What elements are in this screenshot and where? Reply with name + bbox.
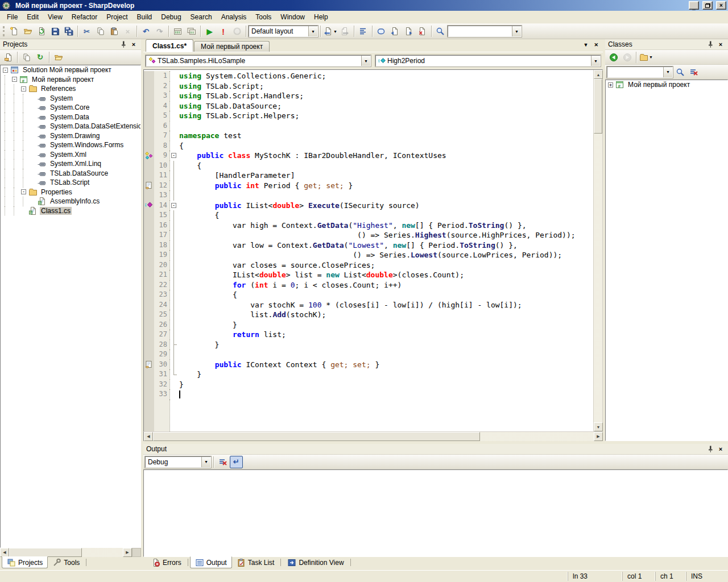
code-text[interactable]: { (177, 210, 593, 221)
history-back-button[interactable] (607, 51, 620, 64)
code-text[interactable] (177, 350, 593, 360)
projects-tree[interactable]: -Solution Мой первый проект-#Мой первый … (0, 65, 141, 548)
nav-back-button[interactable]: ▼ (323, 25, 338, 38)
class-bookmark-icon[interactable] (144, 151, 154, 161)
projects-tree-item[interactable]: #AssemblyInfo.cs (1, 197, 140, 206)
fold-collapse-icon[interactable]: - (171, 153, 176, 158)
close-icon[interactable]: × (716, 445, 725, 454)
classes-tree-item[interactable]: +#Мой первый проект (606, 80, 727, 90)
chevron-down-icon[interactable]: ▼ (591, 56, 600, 66)
minimize-button[interactable]: _ (689, 1, 699, 10)
code-text[interactable]: var stochK = 100 * (closes[i] - low[i]) … (177, 300, 593, 310)
code-line[interactable]: 20 var closes = source.ClosePrices; (144, 260, 593, 271)
collapse-icon[interactable]: - (21, 86, 26, 92)
projects-tree-item[interactable]: System.Core (1, 103, 140, 113)
search-button[interactable] (673, 66, 686, 78)
dock-tab-tools[interactable]: Tools (48, 557, 84, 568)
build-button[interactable] (171, 25, 184, 38)
code-line[interactable]: 31 } (144, 369, 593, 380)
tab-list-dropdown-icon[interactable]: ▼ (584, 42, 589, 48)
code-text[interactable]: { (177, 290, 593, 300)
method-bookmark-icon[interactable] (144, 201, 154, 211)
collapse-icon[interactable]: - (12, 77, 17, 82)
toggle-bookmark-button[interactable] (375, 25, 388, 38)
editor-tab-active[interactable]: Class1.cs* (146, 39, 193, 52)
refresh-button[interactable]: ↻ (34, 51, 47, 64)
run-button[interactable]: ▶ (203, 25, 216, 38)
chevron-down-icon[interactable]: ▼ (201, 457, 210, 467)
menu-file[interactable]: File (2, 11, 22, 23)
scroll-thumb[interactable] (9, 548, 82, 557)
code-line[interactable]: 29 (144, 350, 593, 360)
code-line[interactable]: 23 { (144, 290, 593, 300)
scroll-track[interactable] (594, 134, 602, 422)
clear-bookmarks-button[interactable] (416, 25, 429, 38)
projects-hscrollbar[interactable]: ◀ ▶ (0, 548, 141, 557)
quick-search-button[interactable] (434, 25, 447, 38)
code-text[interactable]: for (int i = 0; i < closes.Count; i++) (177, 280, 593, 290)
code-line[interactable]: 16 var high = Context.GetData("Highest",… (144, 221, 593, 231)
scroll-up-icon[interactable]: ▲ (594, 70, 603, 79)
close-icon[interactable]: × (716, 40, 725, 49)
classes-search-combo[interactable]: ▼ (607, 66, 673, 78)
close-button[interactable]: × (716, 1, 726, 10)
projects-tree-item[interactable]: System (1, 94, 140, 103)
output-text-area[interactable] (143, 469, 728, 557)
clear-search-button[interactable] (687, 66, 700, 78)
code-text[interactable] (177, 389, 593, 400)
scroll-left-icon[interactable]: ◀ (0, 548, 9, 557)
code-line[interactable]: 6 (144, 121, 593, 131)
fold-margin[interactable]: - (169, 201, 177, 211)
dock-tab-definition-view[interactable]: Definition View (283, 557, 348, 568)
member-combo[interactable]: High2Period▼ (375, 55, 601, 66)
dock-tab-task-list[interactable]: Task List (232, 557, 279, 568)
code-text[interactable] (177, 190, 593, 201)
code-line[interactable]: 10 { (144, 161, 593, 171)
layout-combo[interactable]: Default layout▼ (249, 26, 318, 37)
editor-tab[interactable]: Мой первый проект (194, 41, 270, 52)
code-text[interactable] (177, 121, 593, 131)
code-line[interactable]: 5using TSLab.Script.Helpers; (144, 111, 593, 121)
code-text[interactable]: using TSLab.Script.Helpers; (177, 111, 593, 121)
code-text[interactable]: } (177, 380, 593, 390)
projects-tree-item[interactable]: -Properties (1, 188, 140, 197)
code-line[interactable]: 13 (144, 190, 593, 201)
code-line[interactable]: 12 public int Period { get; set; } (144, 181, 593, 191)
code-text[interactable]: IList<double> list = new List<double>(cl… (177, 270, 593, 280)
close-icon[interactable]: × (129, 40, 138, 49)
fold-collapse-icon[interactable]: - (171, 203, 176, 208)
chevron-down-icon[interactable]: ▼ (663, 67, 672, 77)
projects-tree-item[interactable]: #Class1.cs (1, 206, 140, 216)
pin-icon[interactable] (119, 40, 128, 49)
new-file-button[interactable] (7, 25, 20, 38)
code-text[interactable]: list.Add(stochK); (177, 310, 593, 320)
code-text[interactable]: using TSLab.Script; (177, 81, 593, 92)
class-combo[interactable]: TSLab.Samples.HiLoSample▼ (146, 55, 371, 66)
code-line[interactable]: 19 () => Series.Lowest(source.LowPrices,… (144, 250, 593, 260)
code-area[interactable]: 1using System.Collections.Generic;2using… (144, 70, 593, 431)
projects-tree-item[interactable]: TSLab.DataSource (1, 169, 140, 178)
menu-search[interactable]: Search (186, 11, 217, 23)
projects-tree-item[interactable]: System.Windows.Forms (1, 140, 140, 150)
scroll-track[interactable] (480, 432, 594, 441)
menu-build[interactable]: Build (133, 11, 157, 23)
code-line[interactable]: 18 var low = Context.GetData("Lowest", n… (144, 240, 593, 251)
copy-button[interactable] (94, 25, 107, 38)
code-text[interactable]: using System.Collections.Generic; (177, 71, 593, 81)
code-text[interactable]: var high = Context.GetData("Highest", ne… (177, 221, 593, 231)
code-line[interactable]: 24 var stochK = 100 * (closes[i] - low[i… (144, 300, 593, 310)
output-category-combo[interactable]: Debug▼ (145, 456, 211, 468)
code-text[interactable]: namespace test (177, 131, 593, 141)
fold-margin[interactable]: - (169, 151, 177, 161)
code-text[interactable]: } (177, 369, 593, 380)
projects-tree-item[interactable]: System.Data (1, 113, 140, 122)
menu-window[interactable]: Window (276, 11, 309, 23)
word-wrap-toggle[interactable]: ↵ (230, 456, 243, 468)
editor-hscrollbar[interactable]: ◀ ▶ (143, 432, 603, 441)
menu-debug[interactable]: Debug (156, 11, 185, 23)
open-file-button[interactable] (21, 25, 34, 38)
code-text[interactable]: var closes = source.ClosePrices; (177, 260, 593, 271)
undo-button[interactable]: ↶ (139, 25, 152, 38)
code-text[interactable]: public IList<double> Execute(ISecurity s… (177, 201, 593, 211)
projects-tree-item[interactable]: System.Data.DataSetExtensions (1, 122, 140, 131)
